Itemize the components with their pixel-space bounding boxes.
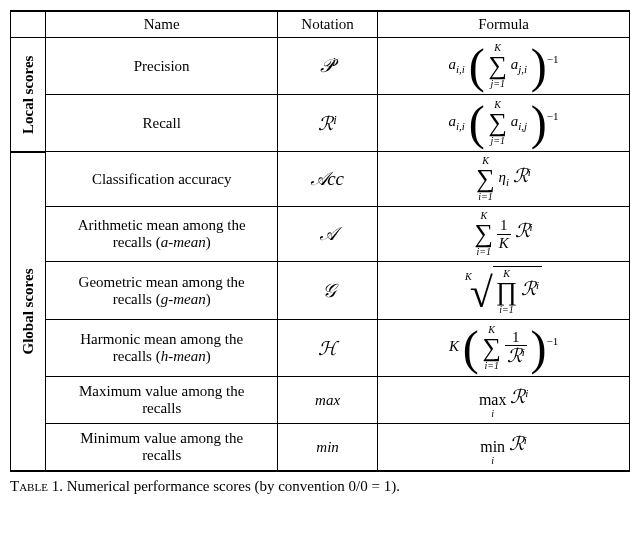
- min-formula: min i ℛi: [378, 424, 630, 472]
- group-global-label: Global scores: [11, 152, 46, 472]
- max-name: Maximum value among the recalls: [46, 377, 278, 424]
- header-name: Name: [46, 11, 278, 38]
- group-local-label: Local scores: [11, 38, 46, 152]
- hmean-name: Harmonic mean among the recalls (h-mean): [46, 320, 278, 377]
- row-amean: Arithmetic mean among the recalls (a-mea…: [11, 207, 630, 262]
- recall-formula: ai,i ( K ∑ j=1 ai,j )−1: [378, 95, 630, 152]
- precision-formula: ai,i ( K ∑ j=1 aj,i )−1: [378, 38, 630, 95]
- header-notation: Notation: [278, 11, 378, 38]
- amean-name: Arithmetic mean among the recalls (a-mea…: [46, 207, 278, 262]
- precision-name: Precision: [46, 38, 278, 95]
- accuracy-formula: K ∑ i=1 ηi ℛi: [378, 152, 630, 207]
- hmean-notation: ℋ: [278, 320, 378, 377]
- header-formula: Formula: [378, 11, 630, 38]
- row-max: Maximum value among the recalls max max …: [11, 377, 630, 424]
- row-gmean: Geometric mean among the recalls (g-mean…: [11, 262, 630, 320]
- table-caption: Table 1. Numerical performance scores (b…: [10, 472, 630, 495]
- gmean-name: Geometric mean among the recalls (g-mean…: [46, 262, 278, 320]
- amean-formula: K ∑ i=1 1 K ℛi: [378, 207, 630, 262]
- recall-notation: ℛi: [278, 95, 378, 152]
- gmean-notation: 𝒢: [278, 262, 378, 320]
- row-accuracy: Global scores Classification accuracy 𝒜c…: [11, 152, 630, 207]
- precision-notation: 𝒫i: [278, 38, 378, 95]
- amean-notation: 𝒜: [278, 207, 378, 262]
- hmean-formula: K ( K ∑ i=1 1 ℛi )−1: [378, 320, 630, 377]
- gmean-formula: K √ K ∏ i=1 ℛi: [378, 262, 630, 320]
- max-formula: max i ℛi: [378, 377, 630, 424]
- accuracy-name: Classification accuracy: [46, 152, 278, 207]
- row-min: Minimum value among the recalls min min …: [11, 424, 630, 472]
- min-name: Minimum value among the recalls: [46, 424, 278, 472]
- performance-scores-table: Name Notation Formula Local scores Preci…: [10, 10, 630, 472]
- row-hmean: Harmonic mean among the recalls (h-mean)…: [11, 320, 630, 377]
- header-row: Name Notation Formula: [11, 11, 630, 38]
- row-precision: Local scores Precision 𝒫i ai,i ( K ∑ j=1…: [11, 38, 630, 95]
- row-recall: Recall ℛi ai,i ( K ∑ j=1 ai,j )−1: [11, 95, 630, 152]
- accuracy-notation: 𝒜cc: [278, 152, 378, 207]
- corner-cell: [11, 11, 46, 38]
- recall-name: Recall: [46, 95, 278, 152]
- min-notation: min: [278, 424, 378, 472]
- max-notation: max: [278, 377, 378, 424]
